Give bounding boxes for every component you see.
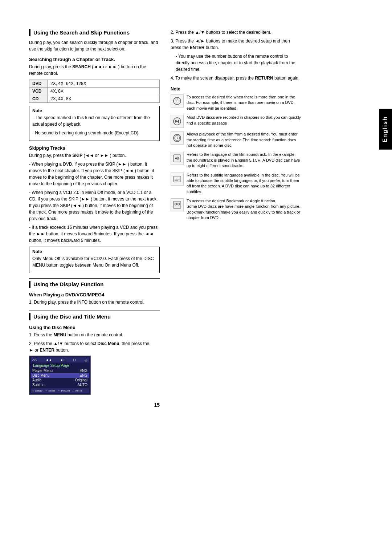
- icon-row-title: T To access the desired title when there…: [171, 94, 301, 111]
- skipping-para3: - If a track exceeds 15 minutes when pla…: [29, 224, 160, 244]
- note-box-vcd: Note Only Menu Off is available for VCD2…: [29, 247, 160, 273]
- table-row: CD 2X, 4X, 8X: [29, 95, 160, 102]
- section-display: Using the Display Function When Playing …: [29, 281, 160, 306]
- speaker-icon: [173, 154, 181, 163]
- display-step1: 1. During play, press the INFO button on…: [29, 299, 160, 305]
- chapter-icon: [171, 115, 184, 128]
- bookmark-angle-icon: [173, 200, 181, 209]
- table-cell-value: 2X, 4X, 64X, 128X: [48, 80, 160, 87]
- left-column: Using the Search and Skip Functions Duri…: [29, 29, 160, 408]
- right-sidebar: English: [316, 0, 392, 555]
- table-cell-label: VCD: [29, 87, 48, 95]
- topbar-item: ⊡: [73, 358, 76, 362]
- icon-text-time: Allows playback of the film from a desir…: [187, 131, 301, 148]
- dvd-menu-topbar: AB ◄◄ ►I ⊡ ◎: [31, 357, 89, 362]
- divider-disc: [29, 311, 160, 311]
- divider-display: [29, 278, 160, 279]
- menu-key: Subtitle: [32, 383, 44, 387]
- icon-text-chapter: Most DVD discs are recorded in chapters …: [187, 115, 301, 126]
- table-cell-label: CD: [29, 95, 48, 102]
- page-container: Using the Search and Skip Functions Duri…: [0, 0, 392, 555]
- display-step4: 4. To make the screen disappear, press t…: [171, 75, 301, 81]
- dvd-menu-row: Subtitle AUTO: [31, 382, 89, 387]
- icon-row-audio: Refers to the language of the film sound…: [171, 152, 301, 169]
- icon-text-bookmark: To access the desired Bookmark or Angle …: [187, 198, 301, 221]
- icon-row-time: Allows playback of the film from a desir…: [171, 131, 301, 148]
- english-language-tab: English: [379, 109, 392, 150]
- bottombar-item: → Enter: [45, 389, 55, 392]
- section-disc-menu-title: Using the Disc and Title Menu: [29, 313, 160, 320]
- skipping-intro: During play, press the SKIP (◄◄ or ►► ) …: [29, 152, 160, 159]
- bookmark-icon: [171, 198, 184, 211]
- svg-text:T: T: [176, 98, 177, 100]
- svg-rect-15: [173, 201, 181, 208]
- note-line-2: - No sound is hearing during search mode…: [32, 130, 156, 136]
- display-step2: 2. Press the ▲/▼ buttons to select the d…: [171, 29, 301, 36]
- note-title: Note: [32, 108, 156, 113]
- time-icon: [171, 131, 184, 145]
- table-cell-value: 4X, 8X: [48, 87, 160, 95]
- subsection-skipping-title: Skipping Tracks: [29, 145, 160, 151]
- dvd-menu-row: Audio Original: [31, 378, 89, 382]
- icon-row-bookmark: To access the desired Bookmark or Angle …: [171, 198, 301, 221]
- clock-icon: [173, 134, 181, 142]
- note-box-search: Note - The speed marked in this function…: [29, 106, 160, 141]
- dvd-menu-row-highlight: Disc Menu ENG: [31, 373, 89, 378]
- note-vcd-text: Only Menu Off is available for VCD2.0. E…: [32, 255, 156, 268]
- table-cell-label: DVD: [29, 80, 48, 87]
- menu-key: Player Menu: [32, 369, 53, 373]
- table-row: DVD 2X, 4X, 64X, 128X: [29, 80, 160, 87]
- display-step3b: - You may use the number buttons of the …: [171, 53, 301, 73]
- note-title-2: Note: [32, 249, 156, 254]
- topbar-item: ◎: [85, 358, 87, 362]
- section-search-skip-intro: During play, you can search quickly thro…: [29, 39, 160, 52]
- subsection-dvd-title: When Playing a DVD/VCD/MPEG4: [29, 292, 160, 297]
- icon-row-chapter: Most DVD discs are recorded in chapters …: [171, 115, 301, 128]
- main-content: Using the Search and Skip Functions Duri…: [0, 0, 316, 555]
- topbar-item: ◄◄: [45, 358, 52, 362]
- note-icons-container: Note: [171, 86, 301, 92]
- subtitle-icon-svg: [173, 175, 181, 183]
- right-column: 2. Press the ▲/▼ buttons to select the d…: [171, 29, 301, 408]
- disc-icon: T: [173, 97, 181, 105]
- display-right-steps: 2. Press the ▲/▼ buttons to select the d…: [171, 29, 301, 81]
- icon-text-subtitle: Refers to the subtitle languages availab…: [187, 173, 301, 195]
- page-number: 15: [29, 402, 160, 408]
- icon-text-audio: Refers to the language of the film sound…: [187, 152, 301, 169]
- chapter-skip-icon: [173, 117, 181, 126]
- dvd-menu-row: Player Menu ENG: [31, 368, 89, 373]
- title-icon: T: [171, 94, 184, 108]
- note-label-icons: Note: [171, 86, 301, 92]
- display-step3: 3. Press the ◄/► buttons to make the des…: [171, 38, 301, 51]
- disc-menu-step2: 2. Press the ▲/▼ buttons to select Disc …: [29, 340, 160, 353]
- bottombar-item: ○ Setup: [32, 389, 42, 392]
- icon-rows-container: T To access the desired title when there…: [171, 94, 301, 221]
- subsection-chapter-text: During play, press the SEARCH (◄◄ or ►► …: [29, 64, 160, 77]
- menu-value: ENG: [79, 373, 87, 377]
- section-display-title: Using the Display Function: [29, 281, 160, 288]
- skipping-para2: - When playing a VCD 2.0 in Menu Off mod…: [29, 189, 160, 222]
- skipping-para1: - When playing a DVD, if you press the S…: [29, 161, 160, 187]
- topbar-item: AB: [32, 358, 37, 362]
- search-speed-table: DVD 2X, 4X, 64X, 128X VCD 4X, 8X CD 2X, …: [29, 80, 160, 103]
- subsection-chapter-title: Searching through a Chapter or Track.: [29, 57, 160, 62]
- bottombar-item: □ Menu: [72, 389, 82, 392]
- note-line-1: - The speed marked in this function may …: [32, 114, 156, 127]
- menu-value: Original: [75, 378, 87, 382]
- subtitle-icon: [171, 173, 184, 186]
- menu-key: Disc Menu: [32, 373, 49, 377]
- table-row: VCD 4X, 8X: [29, 87, 160, 95]
- section-search-skip-title: Using the Search and Skip Functions: [29, 29, 160, 36]
- bottombar-item: ← Return: [57, 389, 70, 392]
- audio-icon: [171, 152, 184, 165]
- icon-text-title: To access the desired title when there i…: [187, 94, 301, 111]
- table-cell-value: 2X, 4X, 8X: [48, 95, 160, 102]
- two-column-layout: Using the Search and Skip Functions Duri…: [29, 29, 301, 408]
- menu-key: Audio: [32, 378, 42, 382]
- menu-value: AUTO: [77, 383, 87, 387]
- menu-value: ENG: [79, 369, 87, 373]
- disc-menu-step1: 1. Press the MENU button on the remote c…: [29, 332, 160, 338]
- icon-row-subtitle: Refers to the subtitle languages availab…: [171, 173, 301, 195]
- subsection-disc-menu-title: Using the Disc Menu: [29, 325, 160, 330]
- section-disc-menu: Using the Disc and Title Menu Using the …: [29, 313, 160, 395]
